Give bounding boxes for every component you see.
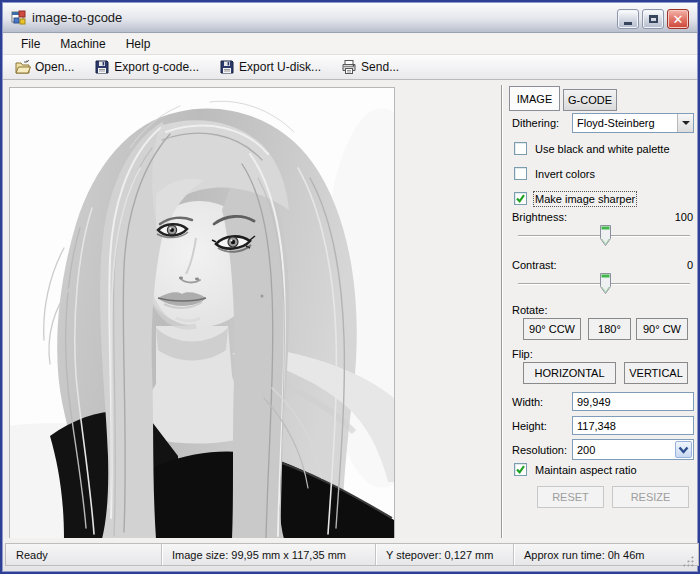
export-gcode-label: Export g-code... (114, 60, 199, 74)
reset-button[interactable]: RESET (537, 486, 604, 508)
app-window: image-to-gcode ✕ File Machine Help Open.… (0, 0, 700, 574)
sharper-checkbox[interactable]: Make image sharper (514, 192, 635, 205)
titlebar[interactable]: image-to-gcode ✕ (3, 3, 697, 33)
menu-machine[interactable]: Machine (50, 35, 115, 53)
minimize-button[interactable] (617, 9, 639, 29)
panel-separator (501, 85, 503, 539)
checkbox-checked-icon[interactable] (514, 463, 527, 476)
width-label: Width: (512, 396, 543, 408)
tab-image[interactable]: IMAGE (509, 86, 560, 111)
checkbox-checked-icon[interactable] (514, 192, 527, 205)
floppy-icon (94, 59, 110, 75)
open-button[interactable]: Open... (9, 57, 80, 77)
height-label: Height: (512, 420, 547, 432)
height-input[interactable] (572, 416, 694, 435)
maximize-icon (649, 15, 658, 23)
contrast-label: Contrast: (512, 259, 557, 271)
portrait-photo (10, 88, 394, 539)
tab-gcode[interactable]: G-CODE (563, 89, 617, 111)
rotate-cw-button[interactable]: 90° CW (636, 318, 688, 340)
status-image-size: Image size: 99,95 mm x 117,35 mm (162, 544, 376, 565)
checkbox-icon[interactable] (514, 142, 527, 155)
width-input[interactable] (572, 392, 694, 411)
chevron-down-icon[interactable] (677, 114, 693, 132)
dithering-select[interactable]: Floyd-Steinberg (572, 113, 694, 133)
rotate-ccw-button[interactable]: 90° CCW (523, 318, 581, 340)
bw-palette-checkbox[interactable]: Use black and white palette (514, 142, 670, 155)
contrast-value: 0 (687, 259, 693, 271)
close-icon: ✕ (673, 13, 684, 26)
aspect-ratio-label: Maintain aspect ratio (535, 464, 637, 476)
close-button[interactable]: ✕ (667, 9, 689, 29)
status-panels: Ready Image size: 99,95 mm x 117,35 mm Y… (5, 543, 699, 566)
status-bar: Ready Image size: 99,95 mm x 117,35 mm Y… (3, 538, 697, 571)
maximize-button[interactable] (642, 9, 664, 29)
chevron-down-icon[interactable] (675, 441, 692, 458)
invert-colors-label: Invert colors (535, 168, 595, 180)
export-udisk-label: Export U-disk... (239, 60, 321, 74)
resolution-select[interactable]: 200 (572, 439, 694, 460)
open-label: Open... (35, 60, 74, 74)
status-ready: Ready (6, 544, 162, 565)
slider-thumb[interactable] (600, 225, 611, 246)
checkbox-icon[interactable] (514, 167, 527, 180)
resolution-value: 200 (573, 444, 675, 456)
client-area: IMAGE G-CODE Dithering: Floyd-Steinberg … (3, 81, 697, 537)
dithering-value: Floyd-Steinberg (573, 117, 677, 129)
window-title: image-to-gcode (32, 10, 122, 25)
brightness-label: Brightness: (512, 211, 567, 223)
bw-palette-label: Use black and white palette (535, 143, 670, 155)
dithering-label: Dithering: (512, 117, 559, 129)
flip-horizontal-button[interactable]: HORIZONTAL (523, 362, 616, 384)
brightness-value: 100 (675, 211, 693, 223)
resize-grip[interactable] (682, 555, 695, 568)
rotate-180-button[interactable]: 180° (588, 318, 631, 340)
status-y-stepover: Y stepover: 0,127 mm (376, 544, 514, 565)
send-label: Send... (361, 60, 399, 74)
export-gcode-button[interactable]: Export g-code... (88, 57, 205, 77)
flip-vertical-button[interactable]: VERTICAL (624, 362, 688, 384)
brightness-slider[interactable] (516, 225, 692, 247)
settings-panel: IMAGE G-CODE Dithering: Floyd-Steinberg … (507, 81, 699, 543)
menu-file[interactable]: File (11, 35, 50, 53)
toolbar: Open... Export g-code... Export U-disk..… (3, 55, 697, 80)
export-udisk-button[interactable]: Export U-disk... (213, 57, 327, 77)
aspect-ratio-checkbox[interactable]: Maintain aspect ratio (514, 463, 637, 476)
resolution-label: Resolution: (512, 444, 567, 456)
sharper-label: Make image sharper (535, 193, 635, 205)
invert-colors-checkbox[interactable]: Invert colors (514, 167, 595, 180)
rotate-label: Rotate: (512, 304, 547, 316)
status-run-time: Approx run time: 0h 46m (514, 544, 698, 565)
resize-button[interactable]: RESIZE (612, 486, 689, 508)
contrast-slider[interactable] (516, 273, 692, 295)
floppy-icon (219, 59, 235, 75)
slider-thumb[interactable] (600, 273, 611, 294)
menu-help[interactable]: Help (116, 35, 161, 53)
menu-bar: File Machine Help (3, 34, 697, 55)
image-preview (9, 87, 395, 540)
minimize-icon (624, 22, 632, 25)
open-folder-icon (15, 59, 31, 75)
printer-icon (341, 59, 357, 75)
flip-label: Flip: (512, 348, 533, 360)
app-icon (11, 10, 27, 26)
send-button[interactable]: Send... (335, 57, 405, 77)
